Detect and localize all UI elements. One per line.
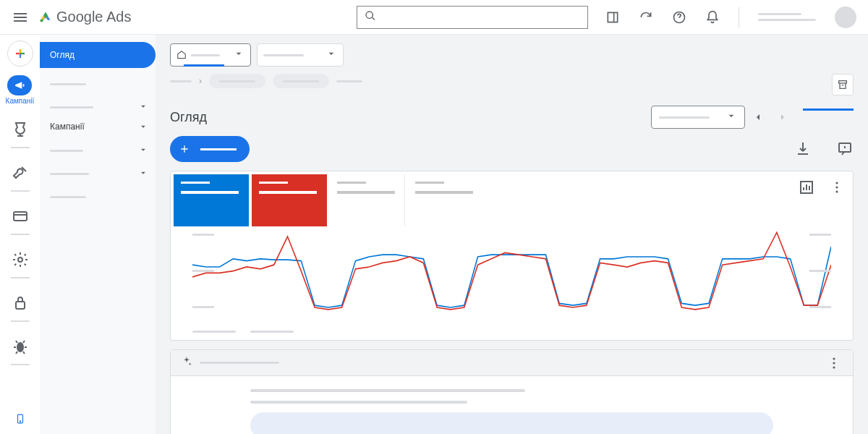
svg-point-3 [18, 258, 22, 262]
menu-button[interactable] [12, 9, 29, 26]
svg-rect-8 [839, 81, 847, 83]
sidebar-item[interactable] [40, 162, 156, 185]
rail-goals-icon[interactable] [12, 121, 29, 138]
page-title: Огляд [170, 110, 207, 125]
sidebar-item[interactable] [40, 139, 156, 162]
search-icon [365, 10, 376, 25]
svg-point-7 [20, 421, 20, 422]
svg-rect-2 [14, 212, 27, 221]
rail-security-icon[interactable] [12, 294, 29, 312]
create-button[interactable] [7, 41, 33, 67]
breadcrumb: › [170, 74, 854, 88]
search-input[interactable] [357, 6, 588, 29]
sidebar-item-overview[interactable]: Огляд [40, 42, 156, 68]
performance-chart-card [170, 171, 854, 341]
svg-point-13 [835, 190, 838, 192]
chevron-down-icon [326, 48, 337, 62]
filter-chip[interactable] [209, 74, 265, 88]
rail-tools-icon[interactable] [12, 164, 29, 182]
rail-billing-icon[interactable] [12, 208, 29, 225]
chevron-down-icon[interactable] [138, 122, 148, 134]
sidebar-item[interactable] [40, 72, 156, 95]
download-icon[interactable] [794, 140, 812, 158]
rail-admin-icon[interactable] [12, 251, 29, 268]
chevron-right-icon: › [199, 76, 202, 86]
chevron-down-icon [726, 110, 737, 124]
metric-tab-4[interactable] [408, 174, 483, 226]
account-line [758, 19, 816, 21]
view-toggle[interactable] [803, 109, 854, 111]
left-rail: Кампанії [0, 35, 40, 434]
chevron-down-icon [138, 145, 148, 157]
chevron-down-icon [233, 48, 244, 62]
svg-point-15 [833, 362, 835, 364]
insights-card [170, 349, 854, 434]
svg-point-16 [833, 366, 835, 368]
rail-bug-icon[interactable] [12, 338, 29, 355]
avatar[interactable] [835, 7, 856, 28]
logo-brand: Google Ads [56, 9, 131, 25]
legend-item [250, 331, 294, 333]
account-picker-primary[interactable] [170, 43, 251, 67]
card-menu-icon[interactable] [828, 179, 846, 196]
svg-point-12 [835, 186, 838, 188]
sidebar-item[interactable] [40, 185, 156, 208]
filter-chip[interactable] [273, 74, 329, 88]
separator [739, 7, 739, 27]
svg-point-5 [17, 342, 24, 352]
metric-tab-2[interactable] [252, 174, 327, 226]
chevron-down-icon [138, 101, 148, 114]
rail-campaigns[interactable]: Кампанії [6, 75, 35, 105]
date-prev-button[interactable] [746, 106, 770, 129]
svg-rect-4 [16, 302, 25, 309]
plus-icon [176, 140, 193, 158]
chevron-down-icon [138, 168, 148, 180]
sparkle-icon [181, 356, 192, 370]
logo: Google Ads [38, 9, 131, 25]
chart-area [171, 226, 853, 328]
svg-point-14 [833, 357, 835, 359]
metric-tab-3[interactable] [330, 174, 405, 226]
date-range-picker[interactable] [651, 106, 745, 129]
feedback-icon[interactable] [836, 140, 854, 158]
reports-icon[interactable] [605, 10, 620, 25]
legend-item [192, 331, 236, 333]
refresh-icon[interactable] [639, 10, 653, 25]
notifications-icon[interactable] [705, 10, 720, 25]
account-picker-secondary[interactable] [257, 43, 344, 67]
sidebar: Огляд Кампанії [40, 35, 156, 434]
svg-point-11 [835, 182, 838, 184]
date-next-button[interactable] [771, 106, 794, 129]
rail-campaigns-label: Кампанії [6, 97, 35, 105]
account-line [758, 13, 801, 15]
help-icon[interactable] [672, 10, 686, 25]
rail-mobile-link[interactable] [15, 412, 25, 425]
archive-button[interactable] [832, 74, 854, 95]
svg-point-0 [40, 19, 43, 22]
metric-tab-1[interactable] [174, 174, 249, 226]
chart-expand-icon[interactable] [798, 179, 815, 196]
card-menu-icon[interactable] [825, 354, 843, 372]
new-campaign-button[interactable] [170, 136, 250, 162]
insight-prompt[interactable] [250, 412, 773, 434]
